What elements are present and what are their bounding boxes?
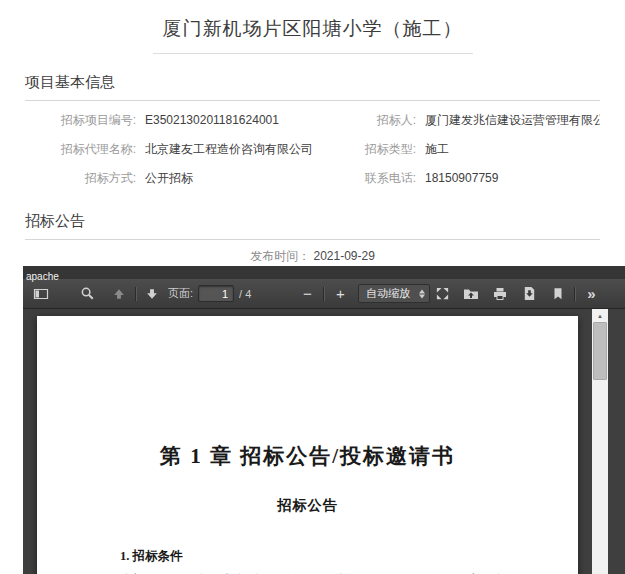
presentation-mode-button[interactable] [430, 282, 454, 306]
page-total: / 4 [239, 288, 251, 300]
more-tools-button[interactable]: » [579, 282, 603, 306]
field-label: 招标项目编号: [25, 106, 145, 135]
more-tools-icon: » [587, 286, 595, 301]
zoom-out-button[interactable]: − [295, 282, 319, 306]
pdf-viewer: apache [23, 266, 625, 574]
toolbar-divider [135, 287, 136, 301]
toolbar-divider [323, 287, 324, 301]
print-button[interactable] [488, 282, 512, 306]
section-header-basic-info: 项目基本信息 [25, 73, 600, 101]
field-value: E3502130201181624001 [145, 106, 320, 135]
field-label: 招标类型: [320, 135, 425, 164]
section-header-announcement: 招标公告 [25, 212, 600, 240]
previous-page-button[interactable] [107, 282, 131, 306]
publish-line: 发布时间： 2021-09-29 [0, 248, 625, 264]
server-strip: apache [23, 266, 625, 279]
open-file-icon [463, 286, 479, 302]
field-label: 招标方式: [25, 164, 145, 193]
download-button[interactable] [517, 282, 541, 306]
select-arrows-icon [419, 289, 425, 298]
publish-time-value: 2021-09-29 [313, 249, 374, 263]
doc-clause-heading: 1. 招标条件 [94, 548, 521, 565]
publish-time-label: 发布时间： [250, 249, 310, 263]
field-value: 18150907759 [425, 164, 600, 193]
bookmark-button[interactable] [546, 282, 570, 306]
download-icon [522, 286, 537, 301]
pdf-content-area: 第 1 章 招标公告/投标邀请书 招标公告 1. 招标条件 本招标项目 厦门新机… [23, 309, 625, 574]
basic-info-grid: 招标项目编号: E3502130201181624001 招标人: 厦门建发兆信… [25, 106, 600, 193]
field-label: 招标代理名称: [25, 135, 145, 164]
sidebar-toggle-icon [33, 286, 49, 302]
print-icon [492, 286, 508, 302]
search-button[interactable] [75, 282, 99, 306]
zoom-level-value: 自动缩放 [366, 286, 410, 301]
open-file-button[interactable] [459, 282, 483, 306]
page-label: 页面: [168, 286, 193, 301]
document-body: 第 1 章 招标公告/投标邀请书 招标公告 1. 招标条件 本招标项目 厦门新机… [37, 316, 578, 574]
toolbar-right-group: » [430, 282, 621, 306]
scrollbar-thumb[interactable] [593, 322, 607, 380]
scrollbar[interactable]: ▲ [592, 309, 608, 574]
field-value: 北京建友工程造价咨询有限公司 [145, 135, 320, 164]
zoom-out-icon: − [303, 286, 312, 301]
page: 厦门新机场片区阳塘小学（施工） 项目基本信息 招标项目编号: E35021302… [0, 0, 625, 574]
doc-subheading: 招标公告 [94, 497, 521, 515]
zoom-in-icon: + [336, 286, 345, 301]
arrow-down-icon [145, 287, 159, 301]
scroll-up-icon[interactable]: ▲ [592, 309, 608, 322]
field-value: 厦门建发兆信建设运营管理有限公司 [425, 106, 600, 135]
arrow-up-icon [112, 287, 126, 301]
server-label: apache [26, 271, 59, 282]
field-value: 公开招标 [145, 164, 320, 193]
bookmark-icon [551, 287, 565, 301]
next-page-button[interactable] [140, 282, 164, 306]
sidebar-toggle-button[interactable] [29, 282, 53, 306]
field-label: 招标人: [320, 106, 425, 135]
search-icon [80, 286, 95, 301]
page-number-input[interactable] [198, 285, 234, 302]
field-value: 施工 [425, 135, 600, 164]
page-title: 厦门新机场片区阳塘小学（施工） [153, 16, 473, 54]
doc-paragraph: 本招标项目 厦门新机场片区阳塘小学（施工） （项目名称）已由 厦门市发展改革委 … [94, 570, 521, 574]
title-area: 厦门新机场片区阳塘小学（施工） [0, 0, 625, 54]
toolbar-divider [574, 287, 575, 301]
zoom-level-select[interactable]: 自动缩放 [358, 284, 430, 303]
pdf-toolbar: 页面: / 4 − + 自动缩放 [23, 279, 625, 309]
field-label: 联系电话: [320, 164, 425, 193]
pdf-page: 第 1 章 招标公告/投标邀请书 招标公告 1. 招标条件 本招标项目 厦门新机… [37, 316, 578, 574]
presentation-mode-icon [435, 286, 450, 301]
doc-chapter-heading: 第 1 章 招标公告/投标邀请书 [94, 442, 521, 470]
zoom-in-button[interactable]: + [328, 282, 352, 306]
